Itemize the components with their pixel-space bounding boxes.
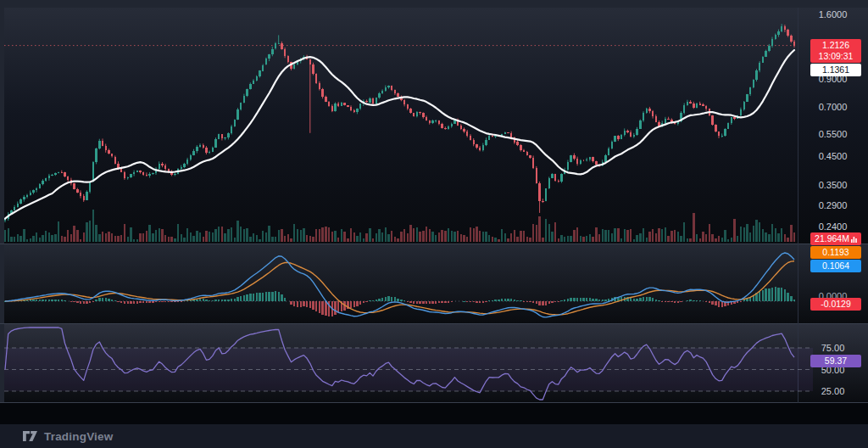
last-price-value: 1.2126	[810, 40, 861, 51]
volume-bars-icon	[851, 236, 857, 243]
tradingview-logo-icon[interactable]	[23, 431, 37, 441]
price-axis-label: 0.2400	[798, 221, 868, 232]
tradingview-watermark[interactable]: TradingView	[44, 430, 113, 443]
price-axis-label: 0.7000	[798, 102, 868, 112]
macd-signal-badge: 0.1064	[810, 260, 861, 272]
price-axis-label: 0.2900	[798, 200, 868, 210]
last-price-time: 13:09:31	[810, 51, 861, 62]
volume-badge: 21.964M	[810, 232, 861, 245]
volume-value: 21.964M	[815, 232, 849, 245]
last-price-badge: 1.2126 13:09:31	[810, 39, 861, 63]
price-axis-label: 0.5500	[798, 129, 868, 139]
chart-widget: 1.2126 13:09:31 1.1361 21.964M 0.1193 0.…	[0, 0, 868, 448]
macd-hist-badge: -0.0129	[810, 298, 861, 311]
chart-canvas[interactable]	[0, 0, 868, 448]
rsi-level-label: 25.00	[798, 386, 868, 396]
time-axis[interactable]: Dec2024FebMarAprMayJunJulAugSepOctNovDec	[0, 403, 868, 424]
macd-value-badge: 0.1193	[810, 246, 861, 259]
bottom-bar: TradingView	[0, 424, 868, 448]
rsi-value-badge: 59.37	[810, 355, 861, 367]
price-axis-label: 1.6000	[798, 9, 868, 20]
ma-value-badge: 1.1361	[810, 64, 861, 76]
price-axis[interactable]: 1.2126 13:09:31 1.1361 21.964M 0.1193 0.…	[798, 0, 868, 403]
price-axis-label: 0.3500	[798, 180, 868, 190]
price-axis-label: 0.4500	[798, 151, 868, 161]
rsi-level-label: 75.00	[798, 343, 868, 353]
